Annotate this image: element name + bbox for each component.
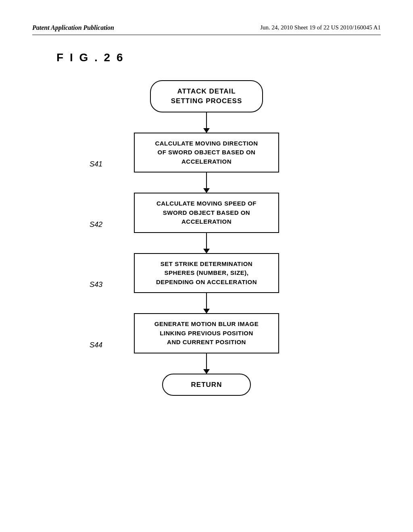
- start-node: ATTACK DETAILSETTING PROCESS: [150, 80, 263, 112]
- s41-node: CALCULATE MOVING DIRECTIONOF SWORD OBJEC…: [134, 133, 279, 173]
- s42-node: CALCULATE MOVING SPEED OFSWORD OBJECT BA…: [134, 193, 279, 233]
- end-node-container: RETURN: [162, 374, 251, 396]
- s43-node: SET STRIKE DETERMINATIONSPHERES (NUMBER,…: [134, 253, 279, 293]
- figure-title: F I G . 2 6: [56, 51, 381, 64]
- s43-container: S43 SET STRIKE DETERMINATIONSPHERES (NUM…: [134, 253, 279, 293]
- page: Patent Application Publication Jun. 24, …: [0, 0, 413, 532]
- step-label-s41: S41: [90, 160, 102, 168]
- flowchart: ATTACK DETAILSETTING PROCESS S41 CALCULA…: [32, 80, 381, 396]
- arrow-5: [206, 353, 207, 374]
- header-date-info: Jun. 24, 2010 Sheet 19 of 22 US 2010/160…: [260, 24, 381, 31]
- arrow-1: [206, 112, 207, 133]
- arrow-4: [206, 293, 207, 313]
- step-label-s44: S44: [90, 341, 102, 349]
- s41-container: S41 CALCULATE MOVING DIRECTIONOF SWORD O…: [134, 133, 279, 173]
- step-label-s43: S43: [90, 281, 102, 289]
- s42-container: S42 CALCULATE MOVING SPEED OFSWORD OBJEC…: [134, 193, 279, 233]
- header-publication-label: Patent Application Publication: [32, 24, 114, 31]
- step-label-s42: S42: [90, 220, 102, 229]
- arrow-2: [206, 172, 207, 193]
- s44-node: GENERATE MOTION BLUR IMAGELINKING PREVIO…: [134, 313, 279, 353]
- arrow-3: [206, 233, 207, 253]
- header: Patent Application Publication Jun. 24, …: [32, 24, 381, 35]
- start-node-container: ATTACK DETAILSETTING PROCESS: [150, 80, 263, 112]
- end-node: RETURN: [162, 374, 251, 396]
- s44-container: S44 GENERATE MOTION BLUR IMAGELINKING PR…: [134, 313, 279, 353]
